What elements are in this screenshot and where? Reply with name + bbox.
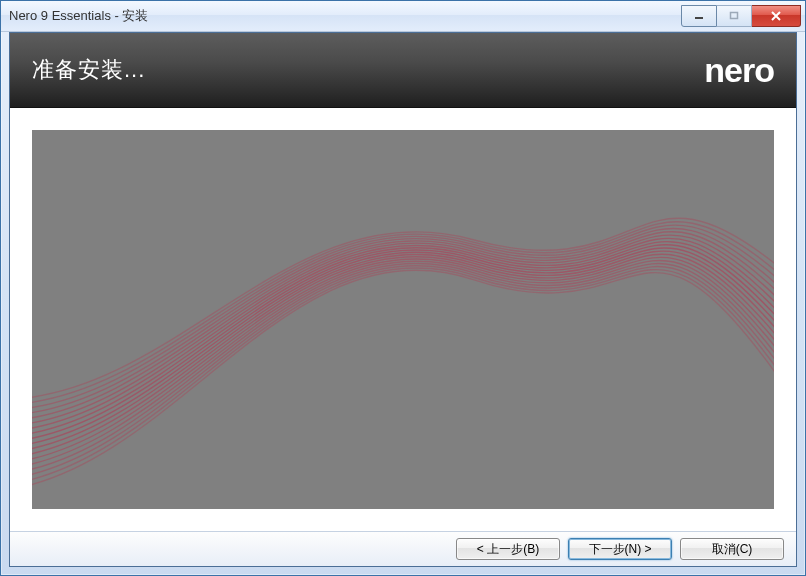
client-area: 准备安装... nero .w{fill:none;stroke:#a64a5d…	[9, 32, 797, 567]
page-heading: 准备安装...	[32, 55, 145, 85]
installer-window: Nero 9 Essentials - 安装 准备安装... nero .w{f…	[0, 0, 806, 576]
maximize-button	[717, 5, 752, 27]
wave-graphic: .w{fill:none;stroke:#a64a5d;stroke-width…	[32, 130, 774, 509]
window-title: Nero 9 Essentials - 安装	[9, 7, 681, 25]
banner: 准备安装... nero	[10, 33, 796, 108]
cancel-button[interactable]: 取消(C)	[680, 538, 784, 560]
button-bar: < 上一步(B) 下一步(N) > 取消(C)	[10, 531, 796, 566]
minimize-button[interactable]	[681, 5, 717, 27]
nero-logo: nero	[704, 51, 774, 90]
back-button[interactable]: < 上一步(B)	[456, 538, 560, 560]
close-button[interactable]	[752, 5, 801, 27]
titlebar[interactable]: Nero 9 Essentials - 安装	[1, 1, 805, 32]
window-controls	[681, 5, 801, 27]
svg-rect-1	[731, 13, 738, 19]
content-body: .w{fill:none;stroke:#a64a5d;stroke-width…	[10, 108, 796, 531]
next-button[interactable]: 下一步(N) >	[568, 538, 672, 560]
